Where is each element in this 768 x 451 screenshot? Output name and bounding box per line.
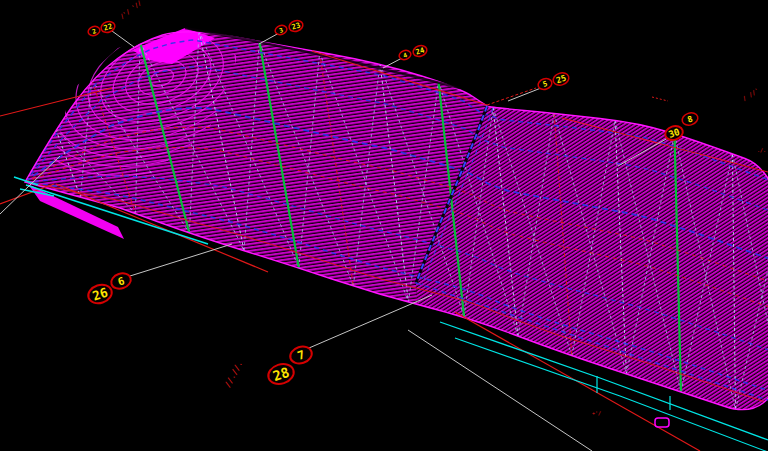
- station-text: +'/: [592, 410, 601, 416]
- section-bubble[interactable]: 525: [508, 71, 570, 101]
- station-text: //.//.: [223, 359, 245, 389]
- section-bubble[interactable]: 626: [86, 244, 232, 306]
- station-text: / //': [741, 86, 760, 102]
- station-text: /'/ '//: [118, 0, 143, 20]
- section-bubble[interactable]: 424: [383, 44, 428, 68]
- cad-viewport[interactable]: 222323424525830626728 /'/ '/// //'./.+'/…: [0, 0, 768, 451]
- model-space-canvas[interactable]: 222323424525830626728 /'/ '/// //'./.+'/…: [0, 0, 768, 451]
- section-bubble[interactable]: 728: [266, 295, 432, 387]
- section-bubble[interactable]: 323: [259, 19, 304, 44]
- station-text: ./.: [757, 147, 766, 153]
- section-bubble[interactable]: 222: [87, 20, 134, 47]
